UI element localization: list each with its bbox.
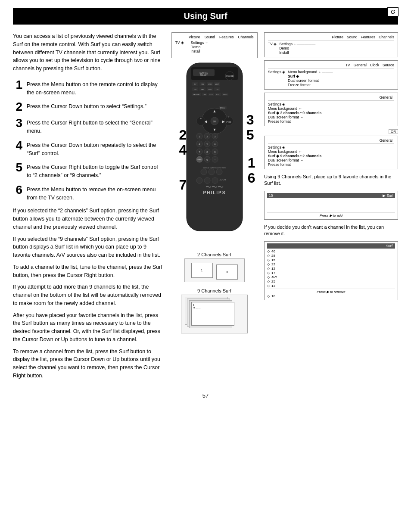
middle-column: Picture Sound Features Channels TV ◈ Set… (168, 32, 261, 384)
step-2: 2 Press the Cursor Down button to select… (13, 101, 164, 113)
section-label: G (387, 7, 399, 16)
svg-point-73 (201, 169, 207, 175)
nine-channels-caption: Using 9 Channels Surf, place up to 9 fav… (264, 174, 398, 187)
body-para-6: To remove a channel from the list, press… (13, 348, 164, 380)
intro-text: You can access a list of previously view… (13, 32, 164, 73)
svg-text:DVD: DVD (208, 88, 212, 90)
remote-illustration: SOURCE SELECT POWER TV CBL VCR AMP (171, 61, 258, 246)
svg-text:HD: HD (194, 88, 196, 90)
svg-text:SELECT: SELECT (200, 74, 208, 76)
step-1: 1 Press the Menu button on the remote co… (13, 79, 164, 97)
svg-text:▲: ▲ (212, 109, 216, 113)
big-num-7: 7 (179, 177, 187, 193)
svg-text:POWER: POWER (225, 75, 234, 78)
surf-list-add-panel: 10 ▶ Surf Press ▶ to add (264, 191, 398, 220)
svg-point-77 (204, 177, 210, 184)
body-para-4: If you attempt to add more than 9 channe… (13, 283, 164, 307)
right-column: Picture Sound Features Channels TV ◈ Set… (261, 32, 398, 384)
nine-channels-image: 1 H ........ (181, 295, 248, 333)
page-wrapper: Using Surf G You can access a list of pr… (0, 8, 411, 404)
svg-text:VCR: VCR (209, 94, 213, 96)
svg-text:VCR: VCR (208, 83, 212, 85)
svg-text:TV: TV (194, 83, 196, 85)
right-panel-2: TV General Clock Source Settings ◈ Menu … (264, 60, 398, 90)
svg-text:〜〜〜: 〜〜〜 (206, 184, 224, 190)
step-text-3: Press the Cursor Right button to select … (27, 117, 164, 135)
step-text-5: Press the Cursor Right button to toggle … (27, 162, 164, 180)
big-num-2-4: 24 (179, 128, 187, 158)
nine-channels-label: 9 Channels Surf (197, 288, 231, 293)
page-header: Using Surf G (13, 8, 398, 25)
svg-point-76 (196, 177, 202, 184)
svg-text:ZOOM: ZOOM (219, 178, 226, 181)
step-number-6: 6 (13, 184, 22, 196)
svg-text:+: + (199, 117, 202, 121)
step-3: 3 Press the Cursor Right button to selec… (13, 117, 164, 135)
steps-list: 1 Press the Menu button on the remote co… (13, 79, 164, 202)
svg-text:CBL: CBL (201, 83, 205, 85)
press-to-remove: Press ▶ to remove (267, 289, 395, 294)
svg-text:▶: ▶ (221, 119, 224, 124)
step-number-5: 5 (13, 162, 22, 174)
right-panel-3: General Settings ◈ Menu background ← Sur… (264, 93, 398, 126)
svg-text:INFO+: INFO+ (223, 94, 227, 96)
svg-text:+: + (227, 115, 230, 119)
page-number: 57 (0, 392, 411, 404)
body-para-2: If you selected the “9 channels” Surf op… (13, 235, 164, 259)
step-number-4: 4 (13, 140, 22, 152)
step-number-2: 2 (13, 101, 22, 113)
right-panel-4: General Settings ◈ Menu background ← Sur… (264, 136, 398, 169)
body-para-5: After you have placed your favorite chan… (13, 311, 164, 344)
step-6: 6 Press the Menu button to remove the on… (13, 184, 164, 202)
svg-point-75 (216, 169, 222, 175)
big-num-3-5: 35 (246, 112, 254, 143)
svg-text:SOUND  CONTROL  PICTURE: SOUND CONTROL PICTURE (203, 167, 226, 169)
two-channels-image: 1 H (184, 258, 245, 282)
menu-screen-1: Picture Sound Features Channels TV ◈ Set… (171, 32, 258, 58)
press-to-add: Press ▶ to add (267, 212, 395, 218)
svg-point-74 (209, 169, 215, 175)
remove-caption: If you decide you don’t want a channel i… (264, 224, 398, 237)
svg-text:EXIT: EXIT (216, 94, 220, 96)
step-4: 4 Press the Cursor Down button repeatedl… (13, 140, 164, 158)
svg-text:PHILIPS: PHILIPS (203, 190, 226, 195)
big-num-1-6: 16 (248, 156, 255, 186)
step-number-1: 1 (13, 79, 22, 91)
svg-text:NATURAL: NATURAL (193, 94, 199, 96)
step-number-3: 3 (13, 117, 22, 129)
svg-text:DNR: DNR (203, 94, 206, 96)
surf-list-remove-panel: Surf ◇46 ◇28 ◇15 ◇22 ◇12 ◇17 ◇AV1 ◇25 ◇1… (264, 241, 398, 300)
body-para-1: If you selected the “2 channels” Surf op… (13, 207, 164, 231)
svg-text:•: • (214, 159, 215, 161)
body-para-3: To add a channel to the list, tune to th… (13, 263, 164, 280)
svg-text:SURF: SURF (197, 159, 202, 161)
svg-text:OK: OK (213, 120, 216, 123)
page-title: Using Surf (184, 11, 227, 21)
step-5: 5 Press the Cursor Right button to toggl… (13, 162, 164, 180)
svg-point-78 (212, 177, 218, 184)
svg-text:▼: ▼ (212, 128, 216, 132)
svg-text:SAT: SAT (201, 88, 204, 90)
two-channels-label: 2 Channels Surf (197, 252, 231, 257)
step-text-1: Press the Menu button on the remote cont… (27, 79, 164, 97)
svg-text:CD: CD (216, 88, 218, 90)
svg-text:AMP: AMP (215, 83, 219, 85)
step-text-6: Press the Menu button to remove the on-s… (27, 184, 164, 202)
step-text-2: Press the Cursor Down button to select “… (27, 101, 146, 111)
or-divider: OR (264, 130, 398, 134)
left-column: You can access a list of previously view… (13, 32, 168, 384)
step-text-4: Press the Cursor Down button repeatedly … (27, 140, 164, 158)
svg-text:−: − (199, 121, 202, 125)
right-panel-1: Picture Sound Features Channels TV ◈ Set… (264, 32, 398, 57)
svg-text:CH: CH (226, 120, 231, 124)
svg-text:MENU: MENU (220, 107, 225, 109)
